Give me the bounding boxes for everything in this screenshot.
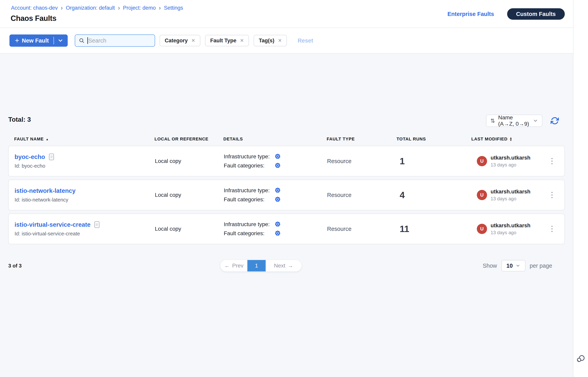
chevron-down-icon[interactable]	[57, 38, 63, 44]
copy-icon[interactable]	[49, 154, 54, 160]
arrow-right-icon: →	[288, 263, 293, 269]
custom-faults-button[interactable]: Custom Faults	[507, 8, 565, 20]
chip-label: Tag(s)	[259, 38, 274, 44]
column-label: DETAILS	[223, 137, 243, 142]
chip-label: Category	[165, 38, 188, 44]
breadcrumb-separator: ›	[61, 4, 63, 12]
close-icon[interactable]: ✕	[240, 38, 244, 43]
fault-id-label: Id: byoc-echo	[15, 163, 155, 169]
fault-categories-label: Fault categories:	[224, 163, 274, 169]
toolbar: + New Fault Category ✕ Fault Type ✕	[0, 28, 573, 54]
more-menu-icon[interactable]	[549, 156, 554, 166]
fault-id-label: Id: istio-virtual-service-create	[15, 231, 155, 237]
fault-categories-label: Fault categories:	[224, 196, 274, 203]
filter-chip-tags[interactable]: Tag(s) ✕	[254, 35, 287, 46]
infrastructure-type-label: Infrastructure type:	[224, 221, 274, 227]
avatar: U	[477, 224, 487, 234]
total-runs-value: 11	[397, 224, 472, 234]
infrastructure-type-label: Infrastructure type:	[224, 187, 274, 194]
column-label: TOTAL RUNS	[396, 137, 426, 142]
infrastructure-type-label: Infrastructure type:	[224, 153, 274, 160]
total-runs-value: 4	[397, 190, 472, 200]
local-or-reference-value: Local copy	[155, 192, 224, 198]
next-page-button[interactable]: Next →	[266, 260, 302, 271]
search-box[interactable]	[75, 35, 155, 47]
page-size-controls: Show 10 per page	[483, 260, 552, 271]
table-row: istio-virtual-service-create Id: istio-v…	[8, 213, 565, 244]
reset-filters-button[interactable]: Reset	[297, 37, 313, 44]
per-page-label: per page	[530, 263, 552, 269]
modified-time-label: 13 days ago	[491, 162, 531, 168]
kubernetes-icon	[274, 196, 281, 203]
fault-type-value: Resource	[327, 158, 397, 165]
breadcrumb-separator: ›	[159, 4, 161, 12]
fault-categories-label: Fault categories:	[224, 230, 274, 236]
avatar: U	[477, 190, 487, 200]
total-runs-value: 1	[397, 156, 472, 166]
local-or-reference-value: Local copy	[155, 226, 224, 232]
modified-by-label: utkarsh.utkarsh	[491, 189, 531, 195]
breadcrumb-project[interactable]: Project: demo	[123, 5, 156, 11]
more-menu-icon[interactable]	[549, 190, 554, 200]
kubernetes-icon	[274, 153, 281, 160]
new-fault-button[interactable]: + New Fault	[10, 35, 68, 47]
page-number-button[interactable]: 1	[247, 260, 266, 271]
search-icon	[79, 38, 85, 44]
column-header-fault-name[interactable]: FAULT NAME ▲	[14, 137, 155, 142]
breadcrumb: Account: chaos-dev › Organization: defau…	[11, 5, 183, 11]
page-title: Chaos Faults	[11, 14, 57, 23]
breadcrumb-organization[interactable]: Organization: default	[66, 5, 115, 11]
arrow-left-icon: ←	[224, 263, 230, 269]
sort-controls: ⇅ Name (A→Z, 0→9)	[486, 115, 559, 127]
column-header-last-modified[interactable]: LAST MODIFIED ▲▼	[471, 137, 545, 142]
fault-id-label: Id: istio-network-latency	[15, 197, 155, 203]
filter-chip-fault-type[interactable]: Fault Type ✕	[205, 35, 249, 46]
total-count-label: Total: 3	[8, 116, 31, 123]
fault-name-link[interactable]: byoc-echo	[15, 153, 45, 161]
prev-label: Prev	[232, 263, 244, 269]
chevron-down-icon	[533, 118, 538, 123]
search-input[interactable]	[88, 37, 147, 44]
breadcrumb-settings[interactable]: Settings	[164, 5, 183, 11]
page-size-value: 10	[506, 263, 513, 269]
close-icon[interactable]: ✕	[191, 38, 195, 43]
filter-chips: Category ✕ Fault Type ✕ Tag(s) ✕	[159, 35, 287, 46]
chat-icon	[576, 354, 586, 364]
copy-icon[interactable]	[94, 221, 99, 228]
prev-page-button[interactable]: ← Prev	[220, 260, 247, 271]
kubernetes-icon	[274, 187, 281, 194]
text-cursor	[87, 37, 88, 44]
new-fault-label: New Fault	[22, 37, 49, 44]
table-header-row: FAULT NAME ▲ LOCAL OR REFERENCE DETAILS …	[8, 135, 565, 143]
close-icon[interactable]: ✕	[278, 38, 282, 43]
column-label: FAULT NAME	[14, 137, 44, 142]
kubernetes-icon	[274, 230, 281, 236]
more-menu-icon[interactable]	[549, 224, 554, 234]
sort-dropdown[interactable]: ⇅ Name (A→Z, 0→9)	[486, 115, 542, 127]
page-size-select[interactable]: 10	[501, 260, 525, 271]
chat-support-button[interactable]	[576, 354, 586, 364]
breadcrumb-account[interactable]: Account: chaos-dev	[11, 5, 58, 11]
show-label: Show	[483, 263, 497, 269]
column-label: FAULT TYPE	[327, 137, 355, 142]
column-label: LAST MODIFIED	[471, 137, 508, 142]
enterprise-faults-link[interactable]: Enterprise Faults	[448, 11, 494, 17]
table-row: istio-network-latency Id: istio-network-…	[8, 180, 565, 210]
main-panel: Account: chaos-dev › Organization: defau…	[0, 0, 573, 377]
refresh-button[interactable]	[551, 117, 559, 125]
pagination-summary: 3 of 3	[8, 263, 22, 269]
refresh-icon	[551, 117, 559, 125]
filter-chip-category[interactable]: Category ✕	[159, 35, 200, 46]
faults-list-panel: Total: 3 ⇅ Name (A→Z, 0→9)	[0, 54, 573, 377]
chevron-down-icon	[516, 263, 520, 268]
avatar: U	[477, 156, 487, 166]
sort-ascending-icon: ▲	[46, 138, 49, 141]
column-header-total-runs: TOTAL RUNS	[396, 137, 471, 142]
fault-name-link[interactable]: istio-virtual-service-create	[15, 221, 90, 228]
column-header-details: DETAILS	[223, 137, 327, 142]
modified-by-label: utkarsh.utkarsh	[491, 155, 531, 161]
sort-arrows-icon: ⇅	[490, 118, 495, 124]
fault-name-link[interactable]: istio-network-latency	[15, 187, 76, 194]
kubernetes-icon	[274, 221, 281, 227]
column-header-fault-type: FAULT TYPE	[327, 137, 396, 142]
